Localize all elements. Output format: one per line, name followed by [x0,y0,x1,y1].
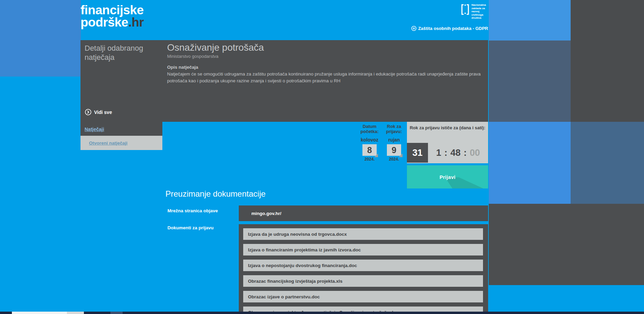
gdpr-link[interactable]: Zaštita osobnih podataka - GDPR [391,26,488,31]
downloads-heading: Preuzimanje dokumentacije [165,189,266,199]
description-heading: Opis natječaja [167,65,198,70]
taskbar-search-box-edge [67,312,84,314]
website-link-box[interactable]: mingo.gov.hr/ [239,205,488,221]
start-date-month: kolovoz [356,137,383,143]
start-date-year: 2024. [356,157,383,162]
deadline-date-year: 2024. [382,157,406,162]
countdown-separator: : [444,148,447,158]
vidi-sve-label: Vidi sve [94,110,112,115]
foundation-label: Nacionalna zaklada za razvoj civilnoga d… [471,3,489,20]
deadline-date-label: Rok za prijavu: [382,124,406,134]
otvoreni-natjecaji-link[interactable]: Otvoreni natječaji [89,141,127,146]
bg-block-lower-dark [489,204,644,285]
bg-block-left-blue [0,0,81,77]
page-title: Osnaživanje potrošača [167,42,264,53]
deadline-date-day: 9 [392,145,396,155]
description-text: Natječajem će se omogućiti udrugama za z… [167,71,490,84]
taskbar-app-button[interactable] [110,312,123,314]
bg-block-slate-blue [571,122,644,204]
document-download-item[interactable]: Izjava da je udruga neovisna od trgovca.… [243,228,483,240]
sidebar-item-natjecaji[interactable]: Natječaji [85,127,104,132]
gdpr-link-label: Zaštita osobnih podataka - GDPR [418,26,488,31]
plus-circle-icon [411,26,416,31]
website-label: Mrežna stranica objave [167,208,218,213]
document-download-item[interactable]: Izjava o financiranim projektima iz javn… [243,244,483,255]
countdown-time: 1 : 48 : 00 [428,143,488,163]
calendar-fold-icon [399,153,402,157]
site-logo-line1: financijske [80,3,144,17]
natjecaji-link[interactable]: Natječaji [85,127,104,132]
countdown-hours: 1 [436,148,441,158]
countdown-panel: Rok za prijavu ističe za (dana i sati): … [407,122,488,163]
site-logo-tld: .hr [128,15,144,29]
apply-button[interactable]: Prijavi [407,165,488,188]
start-date-day: 8 [367,145,372,155]
vidi-sve-button[interactable]: Vidi sve [85,109,112,115]
foundation-logo: Nacionalna zaklada za razvoj civilnoga d… [461,3,498,20]
countdown-separator: : [464,148,467,158]
start-date-calendar: 8 [362,144,377,156]
site-logo-line2: podrške [80,15,128,29]
countdown-minutes: 48 [450,148,461,158]
website-url: mingo.gov.hr/ [251,211,281,216]
calendar-fold-icon [374,153,378,157]
countdown-days: 31 [407,143,428,163]
apply-button-label: Prijavi [440,174,455,180]
bg-block-slate [489,40,571,122]
bg-block-mid-blue [489,122,571,204]
document-download-item[interactable]: Obrazac opisa projekta, Javnog natječaja… [243,307,483,312]
deadline-date-column: Rok za prijavu: rujan 9 2024. [382,124,406,162]
documents-container: Izjava da je udruga neovisna od trgovca.… [239,224,488,312]
sidebar-title: Detalji odabranog natječaja [85,44,158,62]
countdown-heading: Rok za prijavu ističe za (dana i sati): [407,125,488,131]
bg-block-dark-gray [571,0,644,122]
document-download-item[interactable]: Obrazac financijskog izvještaja projekta… [243,275,483,287]
countdown-seconds: 00 [470,148,480,158]
sidebar-item-otvoreni-natjecaji[interactable]: Otvoreni natječaji [80,136,162,150]
documents-label: Dokumenti za prijavu [167,225,214,230]
taskbar [0,312,644,314]
start-date-column: Datum početka: kolovoz 8 2024. [356,124,383,162]
arrow-circle-icon [85,109,91,115]
deadline-date-month: rujan [382,137,406,143]
taskbar-search-box[interactable] [12,312,67,314]
ministry-subtitle: Ministarstvo gospodarstva [167,54,218,59]
start-date-label: Datum početka: [356,124,383,134]
brackets-icon [461,3,470,20]
document-download-item[interactable]: Obrazac izjave o partnerstvu.doc [243,291,483,302]
deadline-date-calendar: 9 [387,144,401,156]
bg-block-top-right-blue [489,0,571,40]
site-logo[interactable]: financijske podrške.hr [80,4,144,29]
document-download-item[interactable]: Izjava o nepostojanju dvostrukog financi… [243,260,483,271]
